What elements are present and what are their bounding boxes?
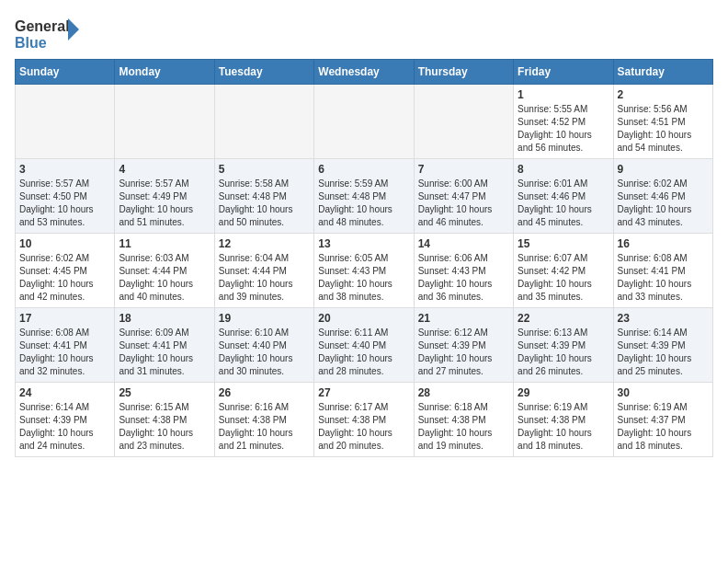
calendar-day-cell: 15Sunrise: 6:07 AM Sunset: 4:42 PM Dayli… (514, 234, 613, 308)
day-number: 14 (418, 237, 509, 250)
day-info: Sunrise: 5:57 AM Sunset: 4:50 PM Dayligh… (19, 178, 110, 229)
day-number: 26 (219, 386, 310, 399)
weekday-header-row: SundayMondayTuesdayWednesdayThursdayFrid… (16, 60, 713, 85)
day-number: 15 (518, 237, 609, 250)
calendar-day-cell: 22Sunrise: 6:13 AM Sunset: 4:39 PM Dayli… (514, 308, 613, 383)
calendar-day-cell: 23Sunrise: 6:14 AM Sunset: 4:39 PM Dayli… (613, 308, 712, 383)
weekday-header: Saturday (613, 60, 712, 85)
day-number: 25 (119, 386, 210, 399)
calendar-day-cell (314, 85, 414, 159)
day-info: Sunrise: 6:03 AM Sunset: 4:44 PM Dayligh… (119, 252, 210, 304)
day-number: 16 (618, 237, 709, 250)
calendar-day-cell: 12Sunrise: 6:04 AM Sunset: 4:44 PM Dayli… (214, 234, 313, 308)
svg-marker-2 (68, 18, 79, 40)
day-number: 5 (219, 163, 310, 176)
calendar-day-cell: 17Sunrise: 6:08 AM Sunset: 4:41 PM Dayli… (16, 308, 115, 383)
day-info: Sunrise: 6:00 AM Sunset: 4:47 PM Dayligh… (418, 178, 509, 229)
day-number: 4 (119, 163, 210, 176)
day-number: 28 (418, 386, 509, 399)
day-number: 27 (318, 386, 409, 399)
day-number: 24 (19, 386, 110, 399)
day-number: 1 (518, 88, 609, 101)
page-header: GeneralBlue (15, 15, 713, 52)
day-info: Sunrise: 5:56 AM Sunset: 4:51 PM Dayligh… (618, 103, 709, 155)
calendar-day-cell: 29Sunrise: 6:19 AM Sunset: 4:38 PM Dayli… (514, 383, 613, 457)
day-info: Sunrise: 6:07 AM Sunset: 4:42 PM Dayligh… (518, 252, 609, 304)
day-number: 30 (618, 386, 709, 399)
day-info: Sunrise: 5:55 AM Sunset: 4:52 PM Dayligh… (518, 103, 609, 155)
weekday-header: Thursday (414, 60, 513, 85)
calendar-day-cell: 24Sunrise: 6:14 AM Sunset: 4:39 PM Dayli… (16, 383, 115, 457)
calendar-day-cell: 10Sunrise: 6:02 AM Sunset: 4:45 PM Dayli… (16, 234, 115, 308)
calendar-table: SundayMondayTuesdayWednesdayThursdayFrid… (15, 59, 713, 457)
calendar-day-cell: 1Sunrise: 5:55 AM Sunset: 4:52 PM Daylig… (514, 85, 613, 159)
calendar-day-cell: 26Sunrise: 6:16 AM Sunset: 4:38 PM Dayli… (214, 383, 313, 457)
calendar-day-cell: 18Sunrise: 6:09 AM Sunset: 4:41 PM Dayli… (115, 308, 214, 383)
day-info: Sunrise: 6:05 AM Sunset: 4:43 PM Dayligh… (318, 252, 409, 304)
svg-text:Blue: Blue (15, 35, 47, 51)
logo-icon: GeneralBlue (15, 15, 88, 52)
calendar-day-cell: 5Sunrise: 5:58 AM Sunset: 4:48 PM Daylig… (214, 159, 313, 234)
day-info: Sunrise: 6:19 AM Sunset: 4:38 PM Dayligh… (518, 401, 609, 453)
day-number: 10 (19, 237, 110, 250)
day-info: Sunrise: 6:08 AM Sunset: 4:41 PM Dayligh… (618, 252, 709, 304)
calendar-week-row: 10Sunrise: 6:02 AM Sunset: 4:45 PM Dayli… (16, 234, 713, 308)
calendar-day-cell: 9Sunrise: 6:02 AM Sunset: 4:46 PM Daylig… (613, 159, 712, 234)
calendar-day-cell (414, 85, 513, 159)
calendar-week-row: 3Sunrise: 5:57 AM Sunset: 4:50 PM Daylig… (16, 159, 713, 234)
day-info: Sunrise: 6:12 AM Sunset: 4:39 PM Dayligh… (418, 327, 509, 378)
day-info: Sunrise: 6:04 AM Sunset: 4:44 PM Dayligh… (219, 252, 310, 304)
day-number: 11 (119, 237, 210, 250)
day-number: 2 (618, 88, 709, 101)
day-info: Sunrise: 6:18 AM Sunset: 4:38 PM Dayligh… (418, 401, 509, 453)
calendar-day-cell: 11Sunrise: 6:03 AM Sunset: 4:44 PM Dayli… (115, 234, 214, 308)
calendar-day-cell: 6Sunrise: 5:59 AM Sunset: 4:48 PM Daylig… (314, 159, 414, 234)
logo: GeneralBlue (15, 15, 88, 52)
day-info: Sunrise: 6:10 AM Sunset: 4:40 PM Dayligh… (219, 327, 310, 378)
day-number: 3 (19, 163, 110, 176)
calendar-week-row: 24Sunrise: 6:14 AM Sunset: 4:39 PM Dayli… (16, 383, 713, 457)
day-info: Sunrise: 6:15 AM Sunset: 4:38 PM Dayligh… (119, 401, 210, 453)
day-info: Sunrise: 6:16 AM Sunset: 4:38 PM Dayligh… (219, 401, 310, 453)
calendar-day-cell: 14Sunrise: 6:06 AM Sunset: 4:43 PM Dayli… (414, 234, 513, 308)
day-number: 23 (618, 312, 709, 325)
calendar-day-cell: 27Sunrise: 6:17 AM Sunset: 4:38 PM Dayli… (314, 383, 414, 457)
calendar-day-cell: 4Sunrise: 5:57 AM Sunset: 4:49 PM Daylig… (115, 159, 214, 234)
day-number: 20 (318, 312, 409, 325)
calendar-day-cell (214, 85, 313, 159)
day-info: Sunrise: 6:11 AM Sunset: 4:40 PM Dayligh… (318, 327, 409, 378)
svg-text:General: General (15, 18, 70, 34)
calendar-day-cell: 21Sunrise: 6:12 AM Sunset: 4:39 PM Dayli… (414, 308, 513, 383)
day-number: 22 (518, 312, 609, 325)
calendar-day-cell: 16Sunrise: 6:08 AM Sunset: 4:41 PM Dayli… (613, 234, 712, 308)
day-number: 6 (318, 163, 409, 176)
day-number: 18 (119, 312, 210, 325)
weekday-header: Wednesday (314, 60, 414, 85)
calendar-day-cell: 13Sunrise: 6:05 AM Sunset: 4:43 PM Dayli… (314, 234, 414, 308)
day-number: 12 (219, 237, 310, 250)
day-info: Sunrise: 6:09 AM Sunset: 4:41 PM Dayligh… (119, 327, 210, 378)
day-number: 21 (418, 312, 509, 325)
calendar-day-cell (16, 85, 115, 159)
day-info: Sunrise: 5:57 AM Sunset: 4:49 PM Dayligh… (119, 178, 210, 229)
day-info: Sunrise: 6:13 AM Sunset: 4:39 PM Dayligh… (518, 327, 609, 378)
calendar-day-cell: 20Sunrise: 6:11 AM Sunset: 4:40 PM Dayli… (314, 308, 414, 383)
calendar-day-cell: 19Sunrise: 6:10 AM Sunset: 4:40 PM Dayli… (214, 308, 313, 383)
day-number: 13 (318, 237, 409, 250)
day-number: 17 (19, 312, 110, 325)
calendar-week-row: 17Sunrise: 6:08 AM Sunset: 4:41 PM Dayli… (16, 308, 713, 383)
weekday-header: Sunday (16, 60, 115, 85)
calendar-day-cell: 28Sunrise: 6:18 AM Sunset: 4:38 PM Dayli… (414, 383, 513, 457)
day-number: 7 (418, 163, 509, 176)
day-number: 8 (518, 163, 609, 176)
day-info: Sunrise: 6:06 AM Sunset: 4:43 PM Dayligh… (418, 252, 509, 304)
calendar-week-row: 1Sunrise: 5:55 AM Sunset: 4:52 PM Daylig… (16, 85, 713, 159)
weekday-header: Tuesday (214, 60, 313, 85)
day-info: Sunrise: 6:02 AM Sunset: 4:46 PM Dayligh… (618, 178, 709, 229)
day-number: 9 (618, 163, 709, 176)
weekday-header: Friday (514, 60, 613, 85)
calendar-day-cell (115, 85, 214, 159)
calendar-day-cell: 7Sunrise: 6:00 AM Sunset: 4:47 PM Daylig… (414, 159, 513, 234)
day-info: Sunrise: 5:58 AM Sunset: 4:48 PM Dayligh… (219, 178, 310, 229)
day-info: Sunrise: 6:14 AM Sunset: 4:39 PM Dayligh… (19, 401, 110, 453)
